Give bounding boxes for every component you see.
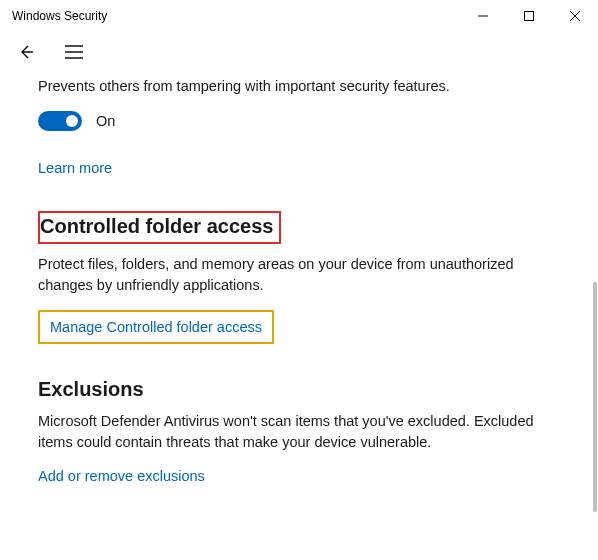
manage-cfa-link[interactable]: Manage Controlled folder access	[50, 319, 262, 335]
tamper-toggle-row: On	[38, 111, 560, 131]
cfa-heading: Controlled folder access	[40, 215, 273, 237]
exclusions-desc: Microsoft Defender Antivirus won't scan …	[38, 411, 560, 453]
tamper-protection-section: Prevents others from tampering with impo…	[38, 76, 560, 177]
highlight-yellow: Manage Controlled folder access	[38, 310, 274, 344]
tamper-toggle[interactable]	[38, 111, 82, 131]
close-button[interactable]	[552, 0, 598, 32]
minimize-button[interactable]	[460, 0, 506, 32]
add-remove-exclusions-link[interactable]: Add or remove exclusions	[38, 468, 205, 484]
toggle-state-label: On	[96, 113, 115, 129]
tamper-desc: Prevents others from tampering with impo…	[38, 76, 560, 97]
maximize-button[interactable]	[506, 0, 552, 32]
controlled-folder-access-section: Controlled folder access Protect files, …	[38, 211, 560, 344]
svg-rect-1	[525, 12, 534, 21]
learn-more-link[interactable]: Learn more	[38, 160, 112, 176]
titlebar: Windows Security	[0, 0, 598, 32]
hamburger-menu-icon[interactable]	[64, 42, 84, 62]
cfa-desc: Protect files, folders, and memory areas…	[38, 254, 560, 296]
scrollbar-thumb[interactable]	[593, 282, 597, 512]
window-controls	[460, 0, 598, 32]
back-button[interactable]	[16, 42, 36, 62]
exclusions-heading: Exclusions	[38, 378, 560, 401]
navbar	[0, 32, 598, 72]
window-title: Windows Security	[12, 9, 107, 23]
content-area: Prevents others from tampering with impo…	[0, 72, 598, 485]
highlight-red: Controlled folder access	[38, 211, 281, 244]
exclusions-section: Exclusions Microsoft Defender Antivirus …	[38, 378, 560, 485]
toggle-knob	[66, 115, 78, 127]
